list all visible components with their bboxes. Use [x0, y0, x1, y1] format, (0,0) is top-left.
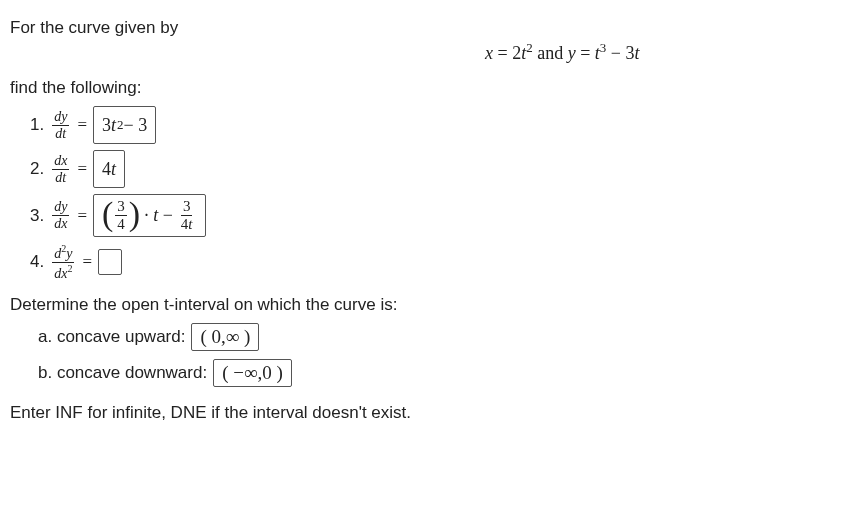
concave-down-row: b. concave downward: ( −∞,0 ): [38, 359, 833, 387]
dy-dx-label: dy dx: [52, 200, 69, 231]
determine-text: Determine the open t-interval on which t…: [10, 295, 833, 315]
find-text: find the following:: [10, 78, 833, 98]
concave-up-label: a. concave upward:: [38, 327, 185, 347]
answer-2[interactable]: 4t: [93, 150, 125, 188]
answer-4[interactable]: [98, 249, 122, 275]
parametric-equations: x = 2t2 and y = t3 − 3t: [485, 40, 639, 64]
concave-up-answer[interactable]: ( 0,∞ ): [191, 323, 259, 351]
dx-dt-label: dx dt: [52, 154, 69, 185]
dy-dt-label: dy dt: [52, 110, 69, 141]
answer-3[interactable]: ( 3 4 ) · t − 3 4t: [93, 194, 206, 237]
item-1: 1. dy dt = 3t2 − 3: [30, 106, 833, 144]
item-3: 3. dy dx = ( 3 4 ) · t − 3 4t: [30, 194, 833, 237]
concave-down-answer[interactable]: ( −∞,0 ): [213, 359, 292, 387]
item-4: 4. d2y dx2 =: [30, 243, 833, 281]
answer-1[interactable]: 3t2 − 3: [93, 106, 156, 144]
d2y-dx2-label: d2y dx2: [52, 244, 74, 280]
footer-note: Enter INF for infinite, DNE if the inter…: [10, 403, 833, 423]
concave-up-row: a. concave upward: ( 0,∞ ): [38, 323, 833, 351]
item-2: 2. dx dt = 4t: [30, 150, 833, 188]
intro-text: For the curve given by: [10, 18, 833, 38]
concave-down-label: b. concave downward:: [38, 363, 207, 383]
